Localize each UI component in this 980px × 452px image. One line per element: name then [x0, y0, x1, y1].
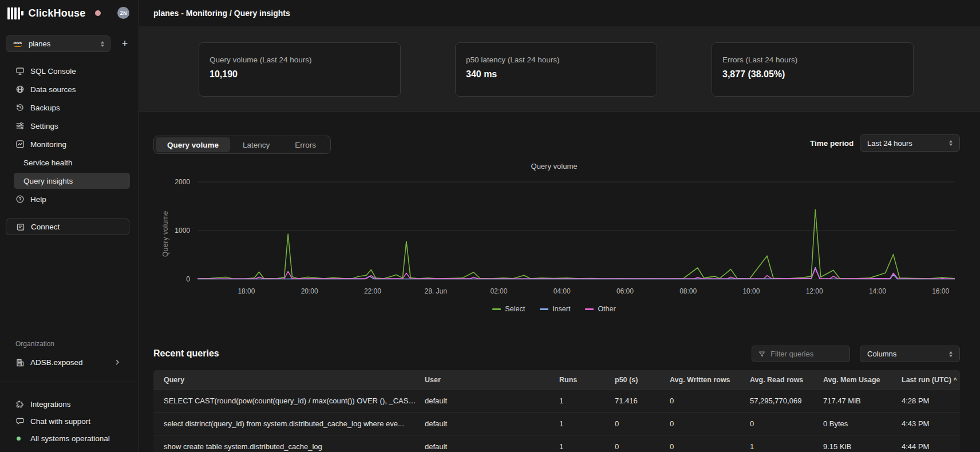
x-tick-label: 16:00 [920, 287, 961, 295]
legend-swatch-icon [540, 308, 548, 310]
legend-label: Other [598, 305, 615, 313]
chart-tabs: Query volume Latency Errors [153, 136, 331, 154]
columns-select[interactable]: Columns [860, 346, 960, 362]
cell-avg-read: 0 [750, 419, 823, 428]
help-icon [15, 195, 25, 204]
chart-icon [15, 140, 25, 149]
query-volume-chart: Query volume Query volume 010002000 18:0… [153, 162, 974, 328]
legend-label: Select [505, 305, 525, 313]
y-tick-label: 0 [161, 275, 190, 283]
sidebar-item-backups[interactable]: Backups [0, 98, 139, 117]
x-tick-label: 04:00 [542, 287, 582, 295]
legend-item-select[interactable]: Select [492, 305, 525, 313]
cell-query: show create table system.distributed_cac… [164, 442, 425, 451]
x-tick-label: 20:00 [290, 287, 330, 295]
brand-name: ClickHouse [29, 7, 86, 19]
terminal-monitor-icon [15, 66, 25, 76]
brand: ClickHouse [7, 6, 136, 21]
legend-label: Insert [552, 305, 570, 313]
sidebar-item-monitoring[interactable]: Monitoring [0, 135, 139, 153]
sidebar-item-integrations[interactable]: Integrations [0, 396, 139, 412]
sidebar-item-chat-support[interactable]: Chat with support [0, 413, 139, 429]
sidebar-item-sql-console[interactable]: SQL Console [0, 62, 139, 80]
sidebar-item-system-status[interactable]: All systems operational [0, 430, 139, 446]
status-ok-dot-icon [17, 437, 21, 441]
col-header-avg-read[interactable]: Avg. Read rows [750, 376, 823, 384]
cell-p50: 0 [615, 442, 670, 451]
tab-query-volume[interactable]: Query volume [156, 137, 230, 152]
cell-avg-written: 0 [670, 419, 750, 428]
sidebar-nav: SQL Console Data sources Backups Setting… [0, 62, 139, 208]
chart-title: Query volume [153, 162, 955, 171]
cell-last-run: 4:43 PM [902, 419, 960, 428]
cell-last-run: 4:28 PM [902, 397, 960, 405]
x-tick-label: 10:00 [731, 287, 771, 295]
connect-icon [16, 223, 25, 232]
stat-card-errors: Errors (Last 24 hours) 3,877 (38.05%) [712, 42, 914, 97]
chevron-right-icon [114, 359, 121, 366]
service-selector[interactable]: aws planes [6, 35, 110, 52]
legend-item-other[interactable]: Other [585, 305, 615, 313]
cell-user: default [425, 442, 559, 451]
cell-query: SELECT CAST(round(pow(count(query_id) / … [164, 397, 425, 405]
recent-queries-table: Query User Runs p50 (s) Avg. Written row… [153, 370, 960, 452]
sidebar-item-settings[interactable]: Settings [0, 117, 139, 135]
sidebar-item-data-sources[interactable]: Data sources [0, 80, 139, 98]
tab-errors[interactable]: Errors [282, 137, 329, 152]
sidebar-item-service-health[interactable]: Service health [0, 153, 139, 172]
add-service-button[interactable]: + [118, 37, 132, 50]
time-period-select[interactable]: Last 24 hours [860, 134, 960, 152]
tab-latency[interactable]: Latency [230, 137, 282, 152]
cell-last-run: 4:44 PM [902, 442, 960, 451]
table-row[interactable]: SELECT CAST(round(pow(count(query_id) / … [153, 389, 960, 412]
col-header-p50[interactable]: p50 (s) [615, 376, 670, 384]
cell-avg-written: 0 [670, 397, 750, 405]
aws-icon: aws [12, 41, 23, 47]
building-icon [15, 358, 25, 367]
col-header-user[interactable]: User [425, 376, 559, 384]
sliders-icon [15, 121, 25, 130]
col-header-last-run[interactable]: Last run (UTC)^ [902, 376, 960, 384]
x-tick-label: 08:00 [668, 287, 708, 295]
col-header-runs[interactable]: Runs [559, 376, 615, 384]
connect-button[interactable]: Connect [6, 219, 129, 235]
cell-avg-mem: 0 Bytes [823, 419, 902, 428]
col-header-avg-written[interactable]: Avg. Written rows [670, 376, 750, 384]
x-tick-label: 12:00 [795, 287, 835, 295]
cell-runs: 1 [559, 442, 615, 451]
cell-user: default [425, 397, 559, 405]
cell-p50: 0 [615, 419, 670, 428]
chart-plot[interactable] [197, 173, 955, 288]
cell-runs: 1 [559, 419, 615, 428]
sidebar-item-help[interactable]: Help [0, 190, 139, 208]
col-header-query[interactable]: Query [164, 376, 425, 384]
y-tick-label: 2000 [161, 178, 190, 186]
chart-legend: SelectInsertOther [153, 305, 955, 313]
cell-query: select distrinct(query_id) from system.d… [164, 419, 425, 428]
organization-label: Organization [15, 340, 54, 348]
clickhouse-logo-icon [7, 7, 23, 19]
notification-dot [95, 10, 101, 16]
chevron-updown-icon [101, 41, 104, 47]
stat-label: Query volume (Last 24 hours) [210, 55, 390, 64]
page-header: planes - Monitoring / Query insights [139, 0, 980, 26]
cell-user: default [425, 419, 559, 428]
main-area: planes - Monitoring / Query insights Que… [139, 0, 980, 452]
table-row[interactable]: select distrinct(query_id) from system.d… [153, 412, 960, 435]
filter-queries-input[interactable] [770, 350, 839, 358]
x-tick-label: 22:00 [353, 287, 393, 295]
cell-avg-mem: 717.47 MiB [823, 397, 902, 405]
user-avatar[interactable]: ZN [117, 7, 129, 19]
legend-item-insert[interactable]: Insert [540, 305, 570, 313]
service-name: planes [29, 39, 95, 48]
cell-avg-mem: 9.15 KiB [823, 442, 902, 451]
organization-switcher[interactable]: ADSB.exposed [0, 355, 139, 371]
sidebar-item-query-insights[interactable]: Query insights [14, 173, 130, 189]
col-header-avg-mem[interactable]: Avg. Mem Usage [823, 376, 902, 384]
sidebar: ClickHouse ZN aws planes + SQL Console D… [0, 0, 139, 452]
cell-avg-read: 57,295,770,069 [750, 397, 823, 405]
stat-value: 10,190 [210, 69, 390, 80]
chevron-updown-icon [949, 351, 953, 357]
legend-swatch-icon [492, 308, 501, 310]
table-row[interactable]: show create table system.distributed_cac… [153, 435, 960, 452]
